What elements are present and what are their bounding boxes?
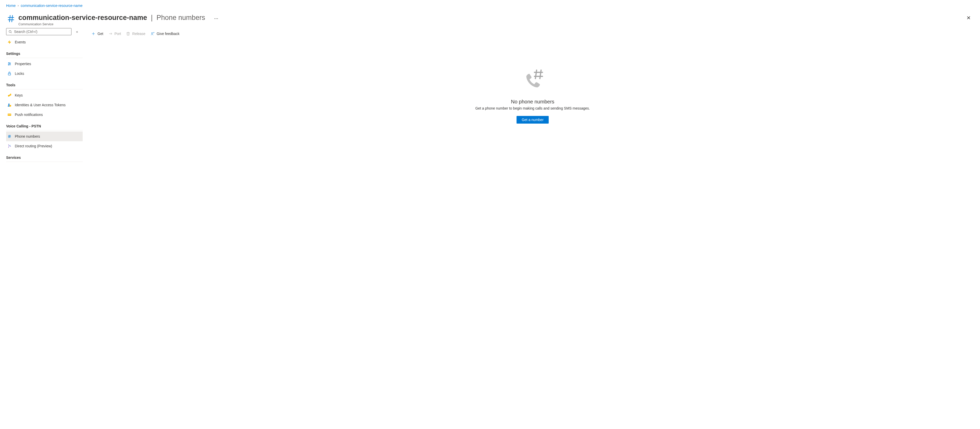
trash-icon	[126, 32, 130, 36]
toolbar-feedback-button[interactable]: Give feedback	[151, 32, 180, 36]
svg-point-16	[8, 104, 10, 105]
empty-state-description: Get a phone number to begin making calls…	[475, 106, 590, 110]
toolbar-label: Get	[97, 32, 103, 36]
empty-state: No phone numbers Get a phone number to b…	[431, 38, 635, 124]
sidebar-item-label: Locks	[15, 72, 24, 76]
lightning-icon	[7, 40, 12, 45]
sliders-icon	[7, 62, 12, 66]
sidebar-item-label: Phone numbers	[15, 134, 40, 139]
sidebar-item-keys[interactable]: Keys	[6, 90, 83, 100]
sidebar-item-label: Properties	[15, 62, 31, 66]
close-button[interactable]: ✕	[965, 14, 972, 22]
sidebar-group-voice: Voice Calling - PSTN	[6, 120, 83, 131]
toolbar-label: Release	[132, 32, 145, 36]
resource-name: communication-service-resource-name	[18, 14, 147, 21]
breadcrumb: Home › communication-service-resource-na…	[0, 0, 980, 10]
toolbar: Get Port Release	[91, 28, 974, 38]
toolbar-port-button: Port	[108, 32, 121, 36]
phone-hash-icon	[522, 69, 544, 92]
feedback-icon	[151, 32, 155, 36]
svg-point-25	[10, 146, 11, 147]
sidebar-item-phone-numbers[interactable]: Phone numbers	[6, 131, 83, 141]
section-title: Phone numbers	[156, 14, 205, 21]
toolbar-get-button[interactable]: Get	[91, 32, 103, 36]
sidebar-item-label: Identities & User Access Tokens	[15, 103, 65, 107]
sidebar-group-tools: Tools	[6, 78, 83, 89]
plus-icon	[91, 32, 95, 36]
key-icon	[7, 93, 12, 97]
svg-point-15	[8, 95, 10, 96]
page-header: communication-service-resource-name | Ph…	[0, 10, 980, 28]
search-input[interactable]	[14, 29, 69, 34]
sidebar: « Events Settings Properties	[6, 28, 83, 163]
lock-icon	[7, 71, 12, 76]
svg-point-8	[9, 62, 10, 63]
sidebar-item-events[interactable]: Events	[6, 37, 83, 47]
resource-type-label: Communication Service	[18, 22, 965, 26]
more-actions-button[interactable]: ⋯	[214, 16, 218, 21]
toolbar-label: Port	[115, 32, 121, 36]
hash-icon	[7, 134, 12, 139]
breadcrumb-resource[interactable]: communication-service-resource-name	[21, 3, 83, 8]
sidebar-group-services: Services	[6, 151, 83, 162]
sidebar-item-label: Direct routing (Preview)	[15, 144, 52, 148]
main-content: Get Port Release	[83, 28, 980, 163]
title-separator: |	[149, 14, 157, 21]
svg-line-3	[12, 15, 13, 22]
sidebar-group-settings: Settings	[6, 47, 83, 58]
page-title: communication-service-resource-name | Ph…	[18, 14, 965, 22]
card-icon	[7, 112, 12, 117]
breadcrumb-home[interactable]: Home	[6, 3, 16, 8]
svg-marker-6	[8, 40, 11, 44]
svg-point-12	[8, 65, 9, 65]
get-a-number-button[interactable]: Get a number	[517, 116, 549, 124]
empty-state-title: No phone numbers	[511, 99, 554, 105]
sidebar-item-push-notifications[interactable]: Push notifications	[6, 110, 83, 120]
svg-line-33	[540, 70, 541, 79]
svg-line-2	[10, 15, 10, 22]
svg-rect-18	[8, 114, 11, 116]
sidebar-collapse-button[interactable]: «	[75, 29, 79, 35]
routing-icon	[7, 144, 12, 148]
sidebar-item-direct-routing[interactable]: Direct routing (Preview)	[6, 141, 83, 151]
hash-icon	[6, 14, 16, 24]
svg-point-10	[10, 64, 11, 64]
toolbar-label: Give feedback	[157, 32, 180, 36]
sidebar-item-label: Keys	[15, 93, 23, 97]
search-input-wrapper[interactable]	[6, 28, 72, 35]
sidebar-item-label: Events	[15, 40, 26, 44]
svg-rect-13	[8, 73, 11, 75]
arrow-right-icon	[108, 32, 113, 36]
chevron-right-icon: ›	[18, 4, 19, 7]
svg-point-4	[9, 30, 11, 32]
svg-line-23	[10, 135, 10, 138]
svg-line-32	[535, 70, 537, 79]
user-token-icon	[7, 103, 12, 107]
sidebar-item-label: Push notifications	[15, 113, 43, 117]
svg-point-29	[151, 32, 153, 34]
toolbar-release-button: Release	[126, 32, 145, 36]
sidebar-item-identities[interactable]: Identities & User Access Tokens	[6, 100, 83, 110]
svg-line-5	[11, 32, 12, 33]
sidebar-item-properties[interactable]: Properties	[6, 59, 83, 69]
svg-point-24	[10, 145, 11, 146]
search-icon	[8, 30, 12, 33]
sidebar-item-locks[interactable]: Locks	[6, 69, 83, 78]
svg-point-17	[10, 105, 11, 107]
